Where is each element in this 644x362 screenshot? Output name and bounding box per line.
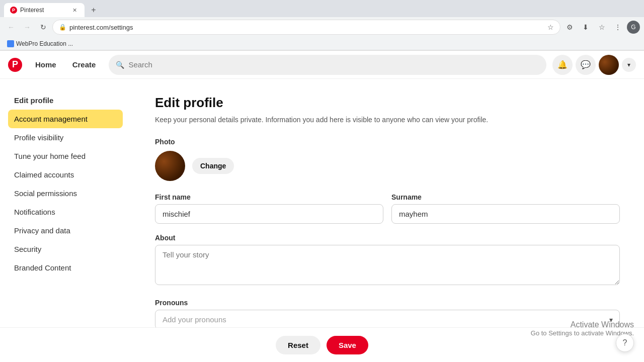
name-row: First name Surname bbox=[155, 193, 620, 224]
notifications-button[interactable]: 🔔 bbox=[552, 55, 573, 75]
about-textarea[interactable] bbox=[155, 245, 620, 285]
sidebar: Edit profile Account management Profile … bbox=[0, 79, 131, 327]
download-icon[interactable]: ⬇ bbox=[579, 20, 593, 34]
extensions-icon[interactable]: ⚙ bbox=[562, 20, 577, 34]
surname-label: Surname bbox=[391, 193, 620, 201]
forward-button[interactable]: → bbox=[20, 20, 34, 34]
reset-button[interactable]: Reset bbox=[276, 336, 320, 354]
surname-group: Surname bbox=[391, 193, 620, 224]
browser-toolbar-icons: ⚙ ⬇ ☆ ⋮ G bbox=[562, 20, 640, 34]
tab-favicon: P bbox=[10, 7, 17, 14]
first-name-label: First name bbox=[155, 193, 383, 201]
sidebar-item-branded-content[interactable]: Branded Content bbox=[8, 258, 123, 277]
sidebar-item-security[interactable]: Security bbox=[8, 240, 123, 258]
lock-icon: 🔒 bbox=[59, 24, 66, 31]
chevron-down-button[interactable]: ▾ bbox=[622, 58, 636, 72]
surname-input[interactable] bbox=[391, 204, 620, 224]
search-icon: 🔍 bbox=[116, 61, 124, 69]
more-icon[interactable]: ⋮ bbox=[611, 20, 625, 34]
sidebar-item-account-management[interactable]: Account management bbox=[8, 110, 123, 128]
sidebar-item-claimed-accounts[interactable]: Claimed accounts bbox=[8, 165, 123, 184]
about-section: About bbox=[155, 234, 620, 287]
pinterest-logo[interactable]: P bbox=[8, 58, 22, 72]
nav-home[interactable]: Home bbox=[28, 56, 63, 73]
bookmarks-bar: WebPro Education ... bbox=[0, 37, 644, 50]
save-button[interactable]: Save bbox=[327, 336, 368, 354]
browser-profile-avatar[interactable]: G bbox=[627, 21, 640, 34]
sidebar-item-profile-visibility[interactable]: Profile visibility bbox=[8, 128, 123, 147]
photo-label: Photo bbox=[155, 138, 620, 146]
messages-button[interactable]: 💬 bbox=[576, 55, 596, 75]
browser-controls: ← → ↻ 🔒 pinterest.com/settings ☆ ⚙ ⬇ ☆ ⋮… bbox=[0, 17, 644, 37]
sidebar-item-edit-profile[interactable]: Edit profile bbox=[8, 91, 123, 110]
new-tab-button[interactable]: + bbox=[87, 3, 101, 17]
nav-links: Home Create bbox=[28, 56, 103, 73]
user-avatar-button[interactable] bbox=[599, 55, 619, 75]
browser-chrome: P Pinterest ✕ + ← → ↻ 🔒 pinterest.com/se… bbox=[0, 0, 644, 51]
bookmark-icon[interactable]: ☆ bbox=[547, 23, 554, 31]
bookmark-webpro-label: WebPro Education ... bbox=[16, 40, 73, 47]
sidebar-item-tune-home-feed[interactable]: Tune your home feed bbox=[8, 147, 123, 165]
address-bar[interactable]: 🔒 pinterest.com/settings ☆ bbox=[52, 20, 560, 35]
nav-create[interactable]: Create bbox=[65, 56, 103, 73]
bookmark-webpro[interactable]: WebPro Education ... bbox=[4, 39, 76, 48]
search-input[interactable] bbox=[128, 60, 539, 69]
sidebar-item-notifications[interactable]: Notifications bbox=[8, 203, 123, 221]
help-button[interactable]: ? bbox=[616, 334, 634, 352]
photo-section: Photo Change bbox=[155, 138, 620, 181]
first-name-group: First name bbox=[155, 193, 383, 224]
about-label: About bbox=[155, 234, 620, 242]
address-bar-url: pinterest.com/settings bbox=[69, 24, 544, 31]
main-container: Edit profile Account management Profile … bbox=[0, 79, 644, 327]
activate-windows-title: Activate Windows bbox=[531, 320, 634, 329]
sidebar-item-privacy-and-data[interactable]: Privacy and data bbox=[8, 221, 123, 240]
sidebar-item-social-permissions[interactable]: Social permissions bbox=[8, 184, 123, 203]
search-bar[interactable]: 🔍 bbox=[109, 55, 546, 75]
pronouns-label: Pronouns bbox=[155, 299, 620, 307]
header-icons: 🔔 💬 ▾ bbox=[552, 55, 636, 75]
active-tab[interactable]: P Pinterest ✕ bbox=[4, 3, 85, 17]
page-subtitle: Keep your personal details private. Info… bbox=[155, 116, 620, 124]
profile-photo bbox=[155, 151, 185, 181]
tab-title: Pinterest bbox=[20, 7, 67, 14]
activate-windows-watermark: Activate Windows Go to Settings to activ… bbox=[531, 320, 634, 337]
app: P Home Create 🔍 🔔 💬 ▾ Edit profile Accou… bbox=[0, 51, 644, 362]
tab-close-button[interactable]: ✕ bbox=[70, 6, 78, 14]
profile-photo-inner bbox=[155, 151, 185, 181]
first-name-input[interactable] bbox=[155, 204, 383, 224]
tab-bar: P Pinterest ✕ + bbox=[0, 0, 644, 17]
photo-section-row: Change bbox=[155, 151, 620, 181]
star-icon[interactable]: ☆ bbox=[595, 20, 609, 34]
content-area: Edit profile Keep your personal details … bbox=[131, 79, 644, 327]
back-button[interactable]: ← bbox=[4, 20, 18, 34]
app-header: P Home Create 🔍 🔔 💬 ▾ bbox=[0, 51, 644, 79]
refresh-button[interactable]: ↻ bbox=[36, 20, 50, 34]
change-photo-button[interactable]: Change bbox=[192, 158, 234, 174]
page-title: Edit profile bbox=[155, 95, 620, 111]
